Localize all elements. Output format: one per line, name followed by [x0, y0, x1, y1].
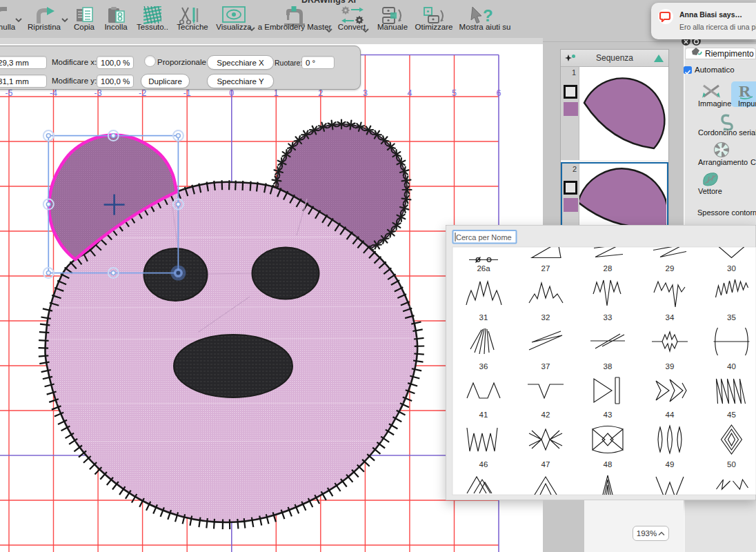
svg-text:42: 42: [541, 411, 550, 419]
svg-text:29: 29: [666, 264, 675, 273]
svg-text:46: 46: [479, 460, 488, 469]
svg-text:36: 36: [479, 362, 488, 371]
svg-text:39: 39: [666, 362, 675, 371]
svg-text:-3: -3: [94, 88, 102, 98]
svg-text:27: 27: [541, 264, 550, 273]
svg-text:26a: 26a: [477, 264, 490, 273]
svg-text:44: 44: [666, 411, 675, 419]
svg-text:45: 45: [727, 411, 736, 419]
svg-text:-4: -4: [50, 88, 57, 98]
svg-text:33: 33: [604, 313, 613, 322]
svg-text:Cerca per Nome: Cerca per Nome: [456, 233, 512, 241]
svg-text:48: 48: [604, 460, 613, 469]
svg-text:?: ?: [483, 6, 493, 25]
svg-text:6: 6: [497, 88, 501, 98]
svg-text:47: 47: [541, 460, 550, 469]
svg-text:-1: -1: [183, 88, 191, 98]
svg-text:49: 49: [666, 460, 675, 469]
svg-text:R: R: [739, 82, 751, 100]
svg-text:32: 32: [541, 313, 550, 322]
svg-text:35: 35: [727, 313, 736, 322]
svg-text:28: 28: [604, 264, 613, 273]
svg-text:43: 43: [604, 411, 613, 419]
svg-text:30: 30: [727, 264, 736, 273]
svg-text:5: 5: [452, 88, 457, 98]
svg-text:40: 40: [727, 362, 736, 371]
svg-text:37: 37: [541, 362, 550, 371]
svg-text:38: 38: [604, 362, 613, 371]
svg-text:41: 41: [479, 411, 488, 419]
svg-text:3: 3: [363, 88, 368, 98]
svg-text:0: 0: [229, 88, 234, 98]
svg-text:34: 34: [666, 313, 675, 322]
svg-text:2: 2: [318, 88, 323, 98]
svg-text:-5: -5: [5, 88, 12, 98]
svg-text:-2: -2: [139, 88, 146, 98]
svg-text:4: 4: [407, 88, 412, 98]
svg-text:50: 50: [727, 460, 736, 469]
svg-text:1: 1: [274, 88, 279, 98]
svg-text:31: 31: [479, 313, 488, 322]
